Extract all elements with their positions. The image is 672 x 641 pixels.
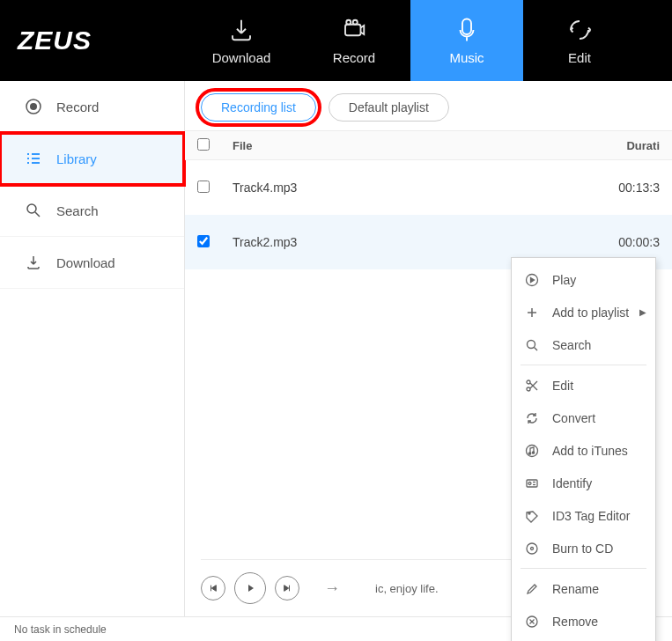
nav-tab-label: Edit xyxy=(568,50,591,65)
nav-tab-download[interactable]: Download xyxy=(185,0,298,81)
menu-label: Convert xyxy=(552,411,595,425)
sidebar-item-record[interactable]: Record xyxy=(0,81,184,133)
pill-label: Recording list xyxy=(221,100,296,114)
nav-tab-label: Music xyxy=(449,50,484,65)
record-icon xyxy=(341,17,367,43)
remove-icon xyxy=(524,614,540,630)
sidebar-item-library[interactable]: Library xyxy=(0,133,184,185)
menu-label: Burn to CD xyxy=(552,542,613,556)
svg-point-24 xyxy=(532,451,534,453)
status-text: No task in schedule xyxy=(14,623,107,636)
play-button[interactable] xyxy=(234,572,266,604)
svg-point-31 xyxy=(531,547,534,549)
menu-label: Edit xyxy=(552,379,573,393)
prev-button[interactable] xyxy=(201,576,225,600)
header-file[interactable]: File xyxy=(233,139,611,152)
nav-tab-music[interactable]: Music xyxy=(410,0,523,81)
svg-point-18 xyxy=(527,380,530,384)
nav-tab-label: Record xyxy=(333,50,375,65)
svg-point-26 xyxy=(528,482,531,484)
sidebar-item-download[interactable]: Download xyxy=(0,237,184,289)
menu-play[interactable]: Play xyxy=(512,263,655,296)
menu-search[interactable]: Search xyxy=(512,328,655,361)
convert-icon xyxy=(524,410,540,426)
file-cell: Track2.mp3 xyxy=(233,235,611,249)
svg-point-16 xyxy=(528,340,535,348)
plus-icon xyxy=(524,305,540,320)
svg-point-23 xyxy=(528,452,530,453)
nav-tab-label: Download xyxy=(212,50,271,65)
menu-remove[interactable]: Remove xyxy=(512,605,655,637)
menu-label: Identify xyxy=(552,476,592,490)
svg-point-19 xyxy=(527,387,530,391)
pill-label: Default playlist xyxy=(349,100,429,114)
pill-recording-list[interactable]: Recording list xyxy=(201,93,316,122)
menu-add-playlist[interactable]: Add to playlist ▶ xyxy=(512,296,655,328)
menu-identify[interactable]: Identify xyxy=(512,467,655,499)
svg-line-12 xyxy=(35,212,40,217)
content-area: Recording list Default playlist File Dur… xyxy=(185,81,672,616)
menu-delete[interactable]: Delete xyxy=(512,637,655,641)
download-icon xyxy=(228,17,255,43)
menu-convert[interactable]: Convert xyxy=(512,402,655,434)
svg-point-1 xyxy=(346,19,351,24)
duration-cell: 00:00:3 xyxy=(611,235,660,249)
cd-icon xyxy=(524,541,540,556)
menu-add-itunes[interactable]: Add to iTunes xyxy=(512,434,655,467)
menu-label: ID3 Tag Editor xyxy=(552,509,630,523)
library-icon xyxy=(25,150,42,167)
scissors-icon xyxy=(524,378,540,394)
select-all-checkbox[interactable] xyxy=(197,138,210,151)
table-header: File Durati xyxy=(185,130,672,160)
header-checkbox-col xyxy=(197,138,233,153)
record-dot-icon xyxy=(25,98,42,115)
nav-tab-edit[interactable]: Edit xyxy=(523,0,636,81)
search-icon xyxy=(524,337,540,353)
sidebar-item-label: Search xyxy=(56,203,99,218)
file-cell: Track4.mp3 xyxy=(233,181,611,195)
menu-label: Play xyxy=(552,273,576,287)
play-controls xyxy=(201,572,299,604)
arrow-icon: → xyxy=(324,579,340,598)
logo-text: ZEUS xyxy=(18,26,92,55)
menu-edit[interactable]: Edit xyxy=(512,369,655,402)
music-icon xyxy=(454,17,480,43)
menu-separator xyxy=(521,568,646,569)
play-icon xyxy=(524,272,540,288)
menu-label: Add to playlist xyxy=(552,306,629,320)
sidebar-item-search[interactable]: Search xyxy=(0,185,184,237)
svg-point-2 xyxy=(353,19,358,24)
nav-tabs: Download Record Music Edit xyxy=(185,0,672,81)
pill-row: Recording list Default playlist xyxy=(185,81,672,130)
svg-line-17 xyxy=(535,347,538,350)
main-area: Record Library Search Download Recording… xyxy=(0,81,672,616)
sidebar-item-label: Record xyxy=(56,99,99,114)
duration-cell: 00:13:3 xyxy=(611,181,660,195)
menu-label: Add to iTunes xyxy=(552,444,628,458)
submenu-arrow-icon: ▶ xyxy=(639,307,646,317)
itunes-icon xyxy=(524,443,540,459)
menu-label: Rename xyxy=(552,582,599,596)
nav-tab-record[interactable]: Record xyxy=(298,0,410,81)
table-row[interactable]: Track4.mp3 00:13:3 xyxy=(185,160,672,215)
row-checkbox[interactable] xyxy=(197,235,210,247)
pill-default-playlist[interactable]: Default playlist xyxy=(329,93,449,122)
context-menu: Play Add to playlist ▶ Search Edit Conve… xyxy=(511,257,656,641)
sidebar-item-label: Library xyxy=(56,151,97,166)
next-button[interactable] xyxy=(275,576,299,600)
row-checkbox[interactable] xyxy=(197,181,210,193)
svg-point-4 xyxy=(30,103,37,110)
edit-icon xyxy=(566,17,593,43)
app-logo: ZEUS xyxy=(0,0,185,81)
menu-separator xyxy=(521,365,646,365)
svg-point-22 xyxy=(527,445,538,456)
menu-id3[interactable]: ID3 Tag Editor xyxy=(512,499,655,532)
header-duration[interactable]: Durati xyxy=(611,139,660,152)
svg-point-30 xyxy=(527,543,537,554)
app-header: ZEUS Download Record Music Edit xyxy=(0,0,672,81)
download-icon xyxy=(25,254,42,271)
menu-burn[interactable]: Burn to CD xyxy=(512,532,655,564)
menu-rename[interactable]: Rename xyxy=(512,572,655,605)
svg-point-29 xyxy=(528,512,530,514)
sidebar-item-label: Download xyxy=(56,255,115,270)
